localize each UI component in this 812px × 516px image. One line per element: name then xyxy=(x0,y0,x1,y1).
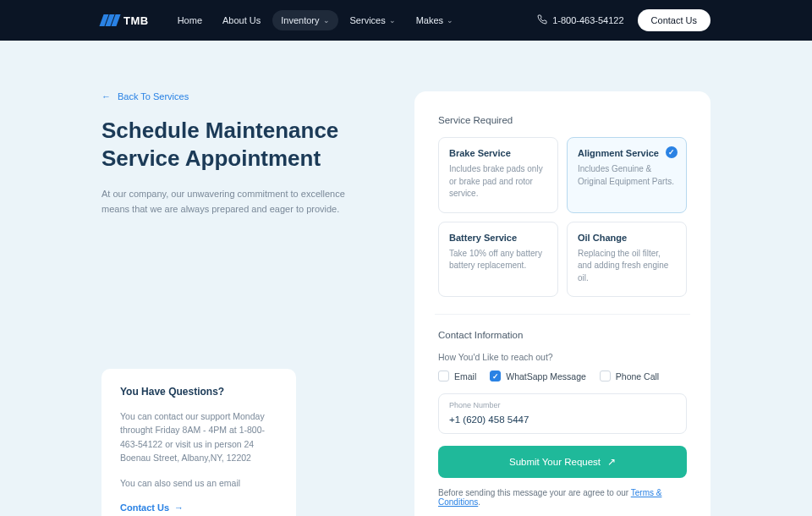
chevron-down-icon: ⌄ xyxy=(447,16,453,25)
service-brake[interactable]: Brake Service Includes brake pads only o… xyxy=(438,137,558,213)
terms-text: Before sending this message your are agr… xyxy=(438,488,687,507)
header: TMB Home About Us Inventory⌄ Services⌄ M… xyxy=(0,0,812,41)
chevron-down-icon: ⌄ xyxy=(389,16,396,25)
questions-body-1: You can contact our support Monday throu… xyxy=(120,409,277,464)
checkbox-icon xyxy=(600,371,611,382)
appointment-form: Service Required Brake Service Includes … xyxy=(414,91,710,516)
phone-field-label: Phone Number xyxy=(449,401,676,409)
nav-home[interactable]: Home xyxy=(169,10,211,30)
service-oil-change[interactable]: Oil Change Replacing the oil filter, and… xyxy=(567,222,687,298)
reach-phone-call[interactable]: Phone Call xyxy=(600,371,659,382)
arrow-left-icon: ← xyxy=(102,91,111,102)
nav-inventory[interactable]: Inventory⌄ xyxy=(272,10,337,30)
page-title: Schedule Maintenance Service Appointment xyxy=(102,117,381,172)
service-battery[interactable]: Battery Service Take 10% off any battery… xyxy=(438,222,558,298)
nav-makes[interactable]: Makes⌄ xyxy=(408,10,462,30)
questions-contact-link[interactable]: Contact Us → xyxy=(120,502,277,513)
nav-about-us[interactable]: About Us xyxy=(214,10,269,30)
page-intro: At our company, our unwavering commitmen… xyxy=(102,187,355,217)
checkbox-icon xyxy=(438,371,449,382)
divider xyxy=(435,314,690,315)
header-right: 1-800-463-54122 Contact Us xyxy=(537,9,710,31)
header-phone[interactable]: 1-800-463-54122 xyxy=(537,14,623,26)
chevron-down-icon: ⌄ xyxy=(323,16,330,25)
brand-name: TMB xyxy=(123,14,149,27)
questions-body-2: You can also send us an email xyxy=(120,476,277,490)
back-label: Back To Services xyxy=(118,91,189,102)
check-icon xyxy=(666,146,678,158)
contact-us-button[interactable]: Contact Us xyxy=(638,9,710,31)
left-column: ← Back To Services Schedule Maintenance … xyxy=(102,91,381,516)
main: ← Back To Services Schedule Maintenance … xyxy=(0,41,812,516)
checkbox-icon xyxy=(490,371,501,382)
contact-info-label: Contact Information xyxy=(438,330,687,340)
questions-card: You Have Questions? You can contact our … xyxy=(102,369,296,516)
phone-field[interactable]: Phone Number xyxy=(438,393,687,434)
service-grid: Brake Service Includes brake pads only o… xyxy=(438,137,687,297)
phone-input[interactable] xyxy=(449,414,676,425)
logo[interactable]: TMB xyxy=(102,14,149,27)
header-phone-number: 1-800-463-54122 xyxy=(552,15,623,25)
reach-prompt: How You'd Like to reach out? xyxy=(438,352,687,362)
service-alignment[interactable]: Alignment Service Includes Genuine & Ori… xyxy=(567,137,687,213)
questions-heading: You Have Questions? xyxy=(120,386,277,398)
nav: Home About Us Inventory⌄ Services⌄ Makes… xyxy=(169,10,462,30)
reach-email[interactable]: Email xyxy=(438,371,476,382)
nav-services[interactable]: Services⌄ xyxy=(342,10,404,30)
submit-button[interactable]: Submit Your Request ↗ xyxy=(438,446,687,478)
back-to-services-link[interactable]: ← Back To Services xyxy=(102,91,381,102)
arrow-up-right-icon: ↗ xyxy=(607,456,616,468)
reach-options: Email WhatSapp Message Phone Call xyxy=(438,371,687,382)
service-required-label: Service Required xyxy=(438,115,687,125)
reach-whatsapp[interactable]: WhatSapp Message xyxy=(490,371,586,382)
logo-icon xyxy=(102,14,118,26)
arrow-right-icon: → xyxy=(174,502,184,513)
phone-icon xyxy=(537,14,547,26)
